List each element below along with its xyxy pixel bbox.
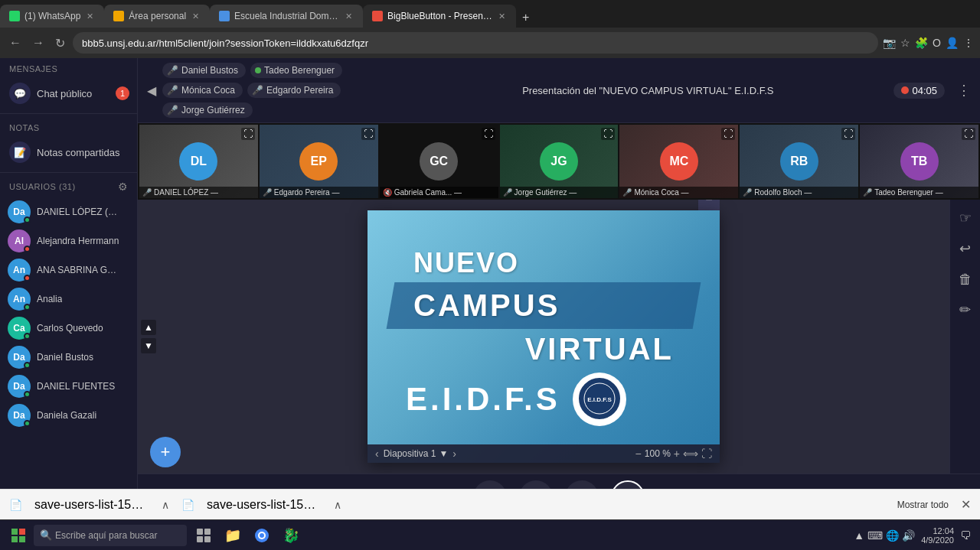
expand-icon-rodolfo[interactable]: ⛶: [841, 128, 855, 140]
presenter-chip-daniel-bustos[interactable]: 🎤 Daniel Bustos: [162, 63, 246, 78]
taskbar-time-value: 12:04: [921, 526, 954, 535]
expand-icon-monica[interactable]: ⛶: [721, 128, 735, 140]
forward-button[interactable]: →: [29, 34, 47, 51]
user-name-daniel-fuentes: DANIEL FUENTES: [37, 381, 115, 392]
undo-button[interactable]: ↩: [953, 236, 978, 261]
tab-area-personal[interactable]: Área personal ✕: [104, 5, 210, 28]
annotation-button[interactable]: ✏: [953, 298, 978, 322]
windows-start-button[interactable]: [3, 520, 34, 551]
taskbar-app-unknown[interactable]: 🐉: [277, 522, 305, 549]
user-item-daniel-lopez[interactable]: Da DANIEL LÓPEZ (Tu): [0, 197, 137, 226]
presenter-name-daniel-bustos: Daniel Bustos: [181, 65, 238, 76]
video-thumb-gabriela: GC ⛶ 🔇 Gabriela Cama... —: [380, 125, 498, 198]
recording-dot: [901, 86, 909, 94]
fit-page-button[interactable]: ⟺: [683, 447, 698, 460]
avatar-daniel-lopez: Da: [8, 200, 31, 223]
presenter-chip-jorge[interactable]: 🎤 Jorge Gutiérrez: [162, 103, 253, 118]
expand-icon-tadeo[interactable]: ⛶: [962, 128, 975, 140]
add-button[interactable]: +: [150, 437, 181, 467]
tab-area-personal-close[interactable]: ✕: [191, 11, 201, 21]
user-item-carlos[interactable]: Ca Carlos Quevedo: [0, 314, 137, 343]
user-item-daniel-fuentes[interactable]: Da DANIEL FUENTES: [0, 372, 137, 401]
taskbar-app-task-view[interactable]: [190, 522, 217, 549]
presenter-chip-monica[interactable]: 🎤 Mónica Coca: [162, 83, 243, 98]
close-download-bar-icon[interactable]: ✕: [961, 497, 971, 512]
taskbar-app-chrome[interactable]: [248, 522, 276, 549]
video-overlay-monica: 🎤 Mónica Coca —: [619, 187, 738, 198]
taskbar-volume-icon[interactable]: 🔊: [902, 529, 915, 542]
slide-next-button[interactable]: ›: [452, 447, 456, 460]
zoom-out-button[interactable]: −: [635, 447, 642, 460]
slide-prev-button[interactable]: ‹: [375, 447, 379, 460]
user-item-analia[interactable]: An Analia: [0, 285, 137, 314]
mic-status-rodolfo: 🎤: [743, 188, 752, 197]
download-close-2[interactable]: ∧: [334, 499, 341, 511]
show-all-downloads-button[interactable]: Mostrar todo: [897, 500, 949, 510]
user-icon[interactable]: 👤: [946, 37, 959, 49]
slide-label: Diapositiva 1: [384, 448, 436, 459]
expand-icon-jorge[interactable]: ⛶: [601, 128, 615, 140]
new-tab-button[interactable]: +: [516, 8, 535, 28]
taskbar-notification-icon[interactable]: 🗨: [960, 529, 971, 542]
avatar-analia: An: [8, 288, 31, 311]
user-item-alejandra[interactable]: Al Alejandra Herrmann: [0, 226, 137, 255]
presenter-chip-tadeo[interactable]: Tadeo Berenguer: [250, 63, 342, 78]
sidebar-item-notes[interactable]: 📝 Notas compartidas: [0, 135, 137, 169]
user-item-daniela-gazali[interactable]: Da Daniela Gazali: [0, 401, 137, 430]
nav-up-button[interactable]: ▲: [141, 320, 156, 335]
download-bar: 📄 save-users-list-159....txt ∧ 📄 save-us…: [0, 489, 980, 519]
sidebar-item-chat-public[interactable]: 💬 Chat público 1: [0, 76, 137, 110]
extensions-icon[interactable]: 🧩: [915, 37, 928, 49]
expand-icon-edgardo[interactable]: ⛶: [361, 128, 375, 140]
taskbar-up-arrow-icon[interactable]: ▲: [854, 529, 864, 542]
topbar-menu-icon[interactable]: ⋮: [957, 82, 971, 99]
refresh-button[interactable]: ↻: [52, 34, 68, 52]
back-arrow-icon[interactable]: ◀: [147, 83, 156, 98]
users-gear-icon[interactable]: ⚙: [118, 181, 128, 193]
sidebar-divider-2: [0, 172, 137, 173]
tab-escuela-title: Escuela Industrial Domingo Faus...: [234, 11, 339, 21]
taskbar-search[interactable]: 🔍 Escribe aquí para buscar: [34, 525, 187, 546]
star-icon[interactable]: ☆: [900, 37, 910, 49]
url-input[interactable]: [73, 32, 878, 54]
taskbar-network-icon[interactable]: 🌐: [886, 529, 899, 542]
fullscreen-button[interactable]: ⛶: [701, 447, 712, 460]
tab-whatsapp-title: (1) WhatsApp: [24, 11, 80, 21]
sidebar: MENSAJES 💬 Chat público 1 NOTAS 📝 Notas …: [0, 58, 138, 519]
expand-icon-daniel-lopez[interactable]: ⛶: [241, 128, 255, 140]
tab-escuela[interactable]: Escuela Industrial Domingo Faus... ✕: [210, 5, 363, 28]
tab-bigbluebutton[interactable]: BigBlueButton - Presentació... ✕: [363, 5, 516, 28]
tab-bbb-close[interactable]: ✕: [497, 11, 507, 21]
zoom-in-button[interactable]: +: [674, 447, 680, 460]
mic-icon-jorge: 🎤: [167, 105, 178, 116]
video-thumb-rodolfo: RB ⛶ 🎤 Rodolfo Bloch —: [740, 125, 858, 198]
nav-down-button[interactable]: ▼: [141, 338, 156, 353]
user-name-daniel-bustos: Daniel Bustos: [37, 352, 93, 363]
address-bar-row: ← → ↻ 📷 ☆ 🧩 O 👤 ⋮: [0, 28, 980, 58]
delete-button[interactable]: 🗑: [953, 267, 978, 291]
download-close-1[interactable]: ∧: [162, 499, 169, 511]
expand-icon-gabriela[interactable]: ⛶: [482, 128, 495, 140]
presenter-chip-edgardo[interactable]: 🎤 Edgardo Pereira: [247, 83, 341, 98]
svg-rect-5: [19, 529, 25, 535]
tab-escuela-close[interactable]: ✕: [344, 11, 354, 21]
video-overlay-tadeo: 🎤 Tadeo Berenguer —: [860, 187, 978, 198]
user-item-daniel-bustos[interactable]: Da Daniel Bustos: [0, 343, 137, 372]
chat-badge: 1: [116, 86, 129, 100]
menu-icon[interactable]: ⋮: [963, 37, 974, 49]
back-button[interactable]: ←: [6, 34, 24, 51]
mic-status-monica: 🎤: [622, 188, 632, 197]
taskbar-keyboard-icon[interactable]: ⌨: [867, 529, 883, 542]
pointer-tool-button[interactable]: ☞: [953, 206, 978, 230]
opera-icon[interactable]: O: [933, 37, 941, 49]
user-item-ana-sabrina[interactable]: An ANA SABRINA GON....: [0, 255, 137, 285]
slide-dropdown-button[interactable]: ▼: [439, 448, 448, 459]
tab-whatsapp-close[interactable]: ✕: [85, 11, 95, 21]
tab-whatsapp[interactable]: (1) WhatsApp ✕: [0, 5, 104, 28]
slide-logo-inner: E.I.D.F.S: [577, 376, 622, 423]
minimize-presentation-button[interactable]: −: [698, 200, 720, 210]
taskbar-app-file-explorer[interactable]: 📁: [219, 522, 247, 549]
presentation-panel: NUEVO CAMPUS VIRTUAL E.I.D.F.S: [368, 210, 720, 463]
taskbar-right: ▲ ⌨ 🌐 🔊 12:04 4/9/2020 🗨: [854, 526, 977, 545]
browser-action-icons: 📷 ☆ 🧩 O 👤 ⋮: [883, 37, 974, 49]
